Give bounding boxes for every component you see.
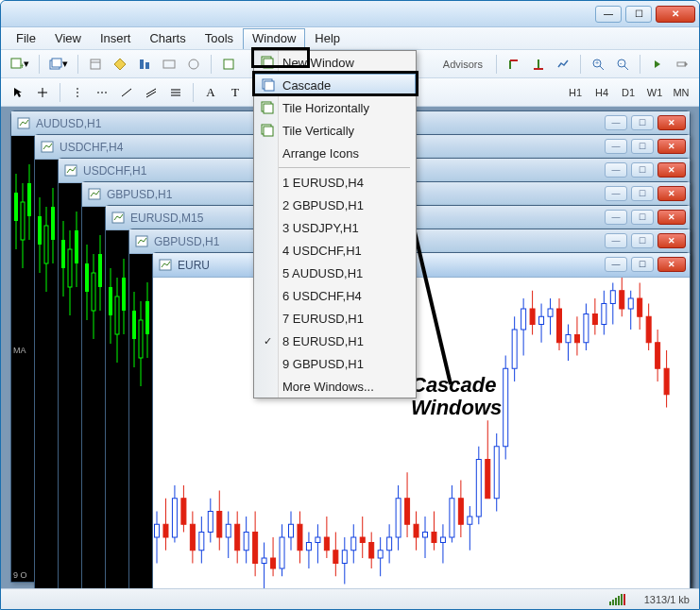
- svg-rect-39: [14, 193, 18, 221]
- child-maximize-button[interactable]: ☐: [631, 210, 654, 225]
- text-label-button[interactable]: T: [224, 82, 247, 103]
- menu-window-item[interactable]: 1 EURUSD,H4: [254, 171, 416, 194]
- cursor-button[interactable]: [7, 82, 29, 103]
- svg-rect-103: [226, 524, 230, 537]
- menu-item-new-window[interactable]: New Window: [254, 51, 416, 74]
- zoom-out-button[interactable]: -: [611, 54, 634, 75]
- child-minimize-button[interactable]: —: [605, 186, 627, 201]
- zoom-in-button[interactable]: +: [587, 54, 609, 75]
- svg-rect-145: [414, 524, 418, 537]
- timeframe-w1[interactable]: W1: [642, 83, 667, 102]
- child-minimize-button[interactable]: —: [605, 139, 627, 154]
- menu-item-cascade[interactable]: Cascade: [254, 74, 416, 96]
- svg-rect-173: [539, 316, 544, 324]
- navigator-button[interactable]: [109, 54, 131, 75]
- main-minimize-button[interactable]: —: [595, 6, 622, 23]
- svg-rect-141: [396, 499, 401, 537]
- market-watch-button[interactable]: [84, 54, 107, 75]
- menu-window-item[interactable]: 6 USDCHF,H4: [254, 284, 416, 307]
- shift-button[interactable]: [671, 54, 693, 75]
- menu-window-item[interactable]: More Windows...: [254, 375, 416, 398]
- svg-rect-107: [244, 533, 248, 551]
- child-minimize-button[interactable]: —: [605, 210, 627, 225]
- svg-rect-91: [172, 499, 177, 537]
- child-minimize-button[interactable]: —: [605, 115, 627, 130]
- svg-rect-159: [476, 460, 481, 517]
- main-title-bar: — ☐ ✕: [1, 1, 699, 27]
- menu-window-item[interactable]: 3 USDJPY,H1: [254, 216, 416, 239]
- menu-file[interactable]: File: [7, 28, 45, 48]
- fibo-button[interactable]: [164, 82, 187, 103]
- indicator-button-2[interactable]: [527, 54, 550, 75]
- svg-rect-111: [262, 558, 266, 564]
- child-maximize-button[interactable]: ☐: [631, 257, 654, 272]
- scroll-button[interactable]: [646, 54, 669, 75]
- child-title-text: GBPUSD,H1: [107, 188, 172, 201]
- svg-rect-171: [530, 309, 535, 325]
- menu-view[interactable]: View: [45, 28, 91, 48]
- vline-button[interactable]: [66, 82, 89, 103]
- svg-rect-87: [155, 524, 160, 537]
- timeframe-h1[interactable]: H1: [563, 83, 588, 102]
- svg-rect-195: [638, 298, 642, 316]
- menu-insert[interactable]: Insert: [91, 28, 141, 48]
- child-close-button[interactable]: ✕: [657, 139, 686, 154]
- child-close-button[interactable]: ✕: [657, 257, 686, 272]
- timeframe-h4[interactable]: H4: [589, 83, 614, 102]
- svg-rect-135: [369, 543, 374, 559]
- main-close-button[interactable]: ✕: [656, 6, 695, 23]
- menu-item-arrange-icons[interactable]: Arrange Icons: [254, 142, 416, 164]
- menu-item-tile-vertically[interactable]: Tile Vertically: [254, 119, 416, 142]
- child-minimize-button[interactable]: —: [605, 162, 627, 178]
- child-minimize-button[interactable]: —: [605, 257, 627, 272]
- child-close-button[interactable]: ✕: [657, 162, 686, 178]
- child-maximize-button[interactable]: ☐: [631, 162, 654, 178]
- indicator-button-1[interactable]: [503, 54, 525, 75]
- hline-button[interactable]: [91, 82, 113, 103]
- main-maximize-button[interactable]: ☐: [625, 6, 652, 23]
- child-close-button[interactable]: ✕: [657, 233, 686, 248]
- indicator-button-3[interactable]: [552, 54, 574, 75]
- strategy-tester-button[interactable]: [182, 54, 205, 75]
- text-button[interactable]: A: [199, 82, 222, 103]
- chart-icon: [111, 212, 127, 225]
- menu-window-item[interactable]: 9 GBPUSD,H1: [254, 352, 416, 375]
- child-minimize-button[interactable]: —: [605, 233, 627, 248]
- new-chart-button[interactable]: +▾: [7, 54, 33, 75]
- child-close-button[interactable]: ✕: [657, 186, 686, 201]
- profiles-button[interactable]: ▾: [45, 54, 72, 75]
- data-button[interactable]: [133, 54, 156, 75]
- channel-button[interactable]: [140, 82, 162, 103]
- timeframe-mn[interactable]: MN: [669, 83, 693, 102]
- child-close-button[interactable]: ✕: [657, 115, 686, 130]
- new-order-button[interactable]: [217, 54, 240, 75]
- svg-rect-127: [333, 551, 338, 564]
- child-maximize-button[interactable]: ☐: [631, 115, 654, 130]
- child-close-button[interactable]: ✕: [657, 210, 686, 225]
- menu-window-item[interactable]: 2 GBPUSD,H1: [254, 194, 416, 216]
- svg-rect-157: [468, 517, 472, 524]
- menu-window-item[interactable]: ✓8 EURUSD,H1: [254, 330, 416, 352]
- crosshair-button[interactable]: [31, 82, 54, 103]
- menu-window-item[interactable]: 4 USDCHF,H1: [254, 239, 416, 262]
- timeframe-d1[interactable]: D1: [616, 83, 640, 102]
- trendline-button[interactable]: [115, 82, 138, 103]
- svg-rect-169: [521, 309, 526, 330]
- menu-window[interactable]: Window: [243, 28, 305, 49]
- svg-rect-45: [42, 142, 53, 152]
- svg-rect-193: [628, 298, 633, 309]
- child-maximize-button[interactable]: ☐: [631, 186, 654, 201]
- svg-rect-72: [109, 287, 112, 315]
- terminal-button[interactable]: [158, 54, 180, 75]
- menu-window-item[interactable]: 5 AUDUSD,H1: [254, 262, 416, 284]
- menu-help[interactable]: Help: [305, 28, 350, 48]
- menu-charts[interactable]: Charts: [140, 28, 195, 48]
- svg-rect-99: [208, 512, 213, 533]
- svg-rect-133: [360, 537, 365, 543]
- child-maximize-button[interactable]: ☐: [631, 233, 654, 248]
- svg-rect-125: [324, 537, 329, 551]
- child-maximize-button[interactable]: ☐: [631, 139, 654, 154]
- menu-window-item[interactable]: 7 EURUSD,H1: [254, 307, 416, 330]
- menu-item-tile-horizontally[interactable]: Tile Horizontally: [254, 96, 416, 119]
- menu-tools[interactable]: Tools: [196, 28, 243, 48]
